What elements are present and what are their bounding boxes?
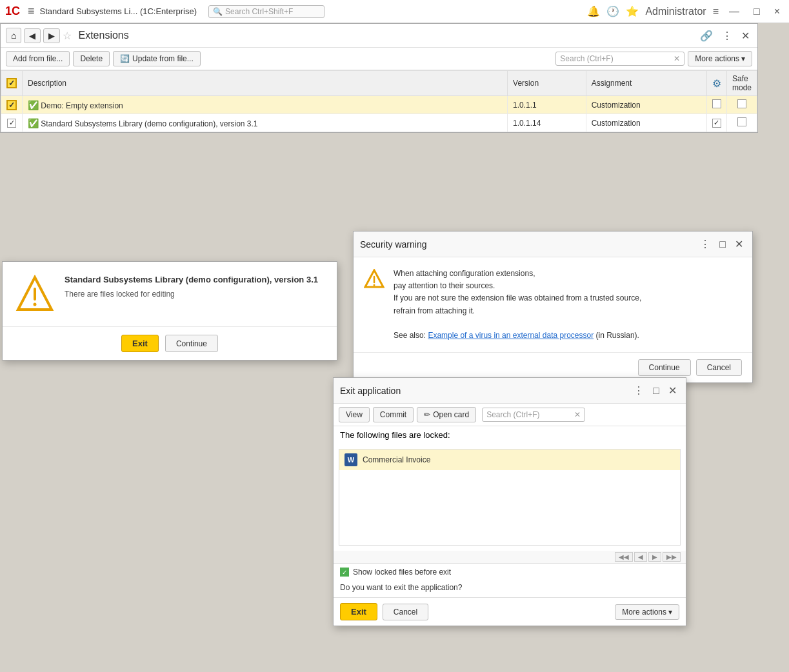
bell-icon[interactable]: 🔔: [587, 5, 600, 17]
hamburger-icon[interactable]: ≡: [28, 5, 35, 18]
row2-safemode: [726, 114, 757, 132]
row1-description: ✅ Demo: Empty extension: [23, 96, 508, 114]
col-safemode: Safe mode: [726, 71, 757, 96]
warning-dialog-footer: Exit Continue: [3, 326, 337, 360]
scroll-last-button[interactable]: ▶▶: [663, 552, 681, 562]
security-dialog-close[interactable]: ✕: [732, 237, 746, 252]
row2-status-icon: ✅: [28, 118, 39, 128]
exit-dialog-close[interactable]: ✕: [666, 383, 679, 398]
header-checkbox[interactable]: [6, 78, 17, 88]
word-icon: W: [345, 453, 357, 466]
exit-dialog-footer: Exit Cancel More actions ▾: [334, 597, 686, 626]
security-cancel-button[interactable]: Cancel: [696, 359, 742, 376]
security-link[interactable]: Example of a virus in an external data p…: [428, 331, 594, 340]
exit-dialog-titlebar: Exit application ⋮ □ ✕: [334, 378, 686, 404]
exit-search-clear[interactable]: ✕: [574, 410, 581, 419]
show-locked-row: Show locked files before exit: [334, 564, 686, 580]
window-close-icon[interactable]: ✕: [739, 28, 752, 43]
extensions-search[interactable]: Search (Ctrl+F) ✕: [555, 52, 684, 66]
exit-more-actions-label: More actions: [622, 608, 666, 617]
favorite-button[interactable]: ☆: [63, 30, 72, 42]
options-icon[interactable]: ⋮: [719, 28, 735, 43]
files-locked-label: The following files are locked:: [334, 426, 686, 444]
table-row[interactable]: ✅ Demo: Empty extension 1.0.1.1 Customiz…: [1, 96, 757, 114]
row1-checkbox-cell: [1, 96, 23, 114]
star-icon[interactable]: ⭐: [626, 5, 639, 17]
update-from-file-button[interactable]: 🔄 Update from file...: [113, 51, 201, 66]
title-bar: 1С ≡ Standard Subsystems Li... (1C:Enter…: [0, 0, 789, 23]
warning-triangle-icon: [15, 275, 54, 313]
row1-status-icon: ✅: [28, 100, 39, 110]
search-input-placeholder: Search (Ctrl+F): [560, 54, 613, 63]
exit-dialog-title: Exit application: [340, 386, 627, 396]
row2-safemode-checkbox[interactable]: [737, 117, 746, 126]
security-dialog-content: When attaching configuration extensions,…: [354, 257, 752, 352]
global-search[interactable]: 🔍 Search Ctrl+Shift+F: [208, 5, 325, 18]
more-actions-label: More actions: [695, 54, 739, 63]
dropdown-icon: ▾: [741, 54, 745, 63]
toolbar-right: 🔗 ⋮ ✕: [697, 28, 752, 43]
exit-search-placeholder: Search (Ctrl+F): [486, 410, 539, 419]
exit-exit-button[interactable]: Exit: [340, 603, 377, 620]
warning-exit-button[interactable]: Exit: [121, 335, 159, 352]
search-placeholder: Search Ctrl+Shift+F: [225, 7, 293, 16]
row2-version: 1.0.1.14: [508, 114, 586, 132]
close-button[interactable]: ×: [770, 5, 784, 19]
row1-safemode: [726, 96, 757, 114]
locked-files-list: W Commercial Invoice: [339, 449, 681, 546]
security-dialog-options[interactable]: ⋮: [697, 237, 713, 252]
exit-more-actions-button[interactable]: More actions ▾: [615, 604, 679, 620]
security-text: When attaching configuration extensions,…: [394, 268, 641, 342]
exit-dialog-maximize[interactable]: □: [650, 384, 662, 398]
row1-version: 1.0.1.1: [508, 96, 586, 114]
exit-search[interactable]: Search (Ctrl+F) ✕: [482, 408, 585, 422]
scroll-nav: ◀◀ ◀ ▶ ▶▶: [334, 551, 686, 564]
maximize-button[interactable]: □: [750, 5, 764, 19]
add-from-file-button[interactable]: Add from file...: [6, 51, 70, 66]
warning-message: There are files locked for editing: [65, 290, 318, 299]
extensions-table: Description Version Assignment ⚙ Safe mo…: [1, 70, 757, 132]
warning-title: Standard Subsystems Library (demo config…: [65, 275, 318, 284]
commit-button[interactable]: Commit: [373, 407, 414, 422]
extensions-actions: Add from file... Delete 🔄 Update from fi…: [1, 48, 757, 70]
back-button[interactable]: ◀: [24, 28, 41, 43]
row2-checkbox[interactable]: [7, 119, 16, 128]
history-icon[interactable]: 🕐: [606, 5, 619, 17]
security-dialog: Security warning ⋮ □ ✕ When attaching co…: [353, 231, 753, 383]
scroll-prev-button[interactable]: ◀: [634, 552, 647, 562]
home-button[interactable]: ⌂: [6, 28, 21, 43]
row2-col4-checkbox[interactable]: [712, 119, 721, 128]
settings-icon[interactable]: ≡: [713, 6, 719, 17]
row1-col4-checkbox[interactable]: [712, 99, 721, 108]
exit-dropdown-icon: ▾: [668, 608, 672, 617]
minimize-button[interactable]: —: [725, 5, 743, 19]
row2-checkbox-cell: [1, 114, 23, 132]
extensions-toolbar: ⌂ ◀ ▶ ☆ Extensions 🔗 ⋮ ✕: [1, 24, 757, 48]
more-actions-button[interactable]: More actions ▾: [688, 51, 752, 66]
link-icon[interactable]: 🔗: [697, 28, 715, 43]
warning-continue-button[interactable]: Continue: [165, 335, 218, 352]
user-label: Administrator: [645, 6, 706, 17]
delete-button[interactable]: Delete: [73, 51, 110, 66]
search-clear-button[interactable]: ✕: [674, 54, 680, 63]
security-continue-button[interactable]: Continue: [638, 359, 691, 376]
security-dialog-title: Security warning: [360, 239, 694, 250]
forward-button[interactable]: ▶: [43, 28, 60, 43]
svg-point-5: [374, 284, 375, 286]
exit-dialog-options[interactable]: ⋮: [631, 383, 646, 398]
locked-file-item[interactable]: W Commercial Invoice: [339, 450, 680, 470]
scroll-next-button[interactable]: ▶: [648, 552, 661, 562]
exit-cancel-button[interactable]: Cancel: [383, 604, 428, 620]
row1-safemode-checkbox[interactable]: [737, 99, 746, 108]
col-description: Description: [23, 71, 508, 96]
open-card-button[interactable]: ✏ Open card: [417, 407, 476, 422]
row2-description: ✅ Standard Subsystems Library (demo conf…: [23, 114, 508, 132]
see-also-prefix: See also:: [394, 331, 428, 340]
scroll-first-button[interactable]: ◀◀: [615, 552, 633, 562]
security-dialog-maximize[interactable]: □: [717, 237, 728, 252]
show-locked-checkbox[interactable]: [340, 568, 349, 577]
view-button[interactable]: View: [339, 407, 370, 422]
table-row[interactable]: ✅ Standard Subsystems Library (demo conf…: [1, 114, 757, 132]
row1-checkbox[interactable]: [6, 100, 17, 110]
extensions-window: ⌂ ◀ ▶ ☆ Extensions 🔗 ⋮ ✕ Add from file..…: [0, 23, 758, 133]
